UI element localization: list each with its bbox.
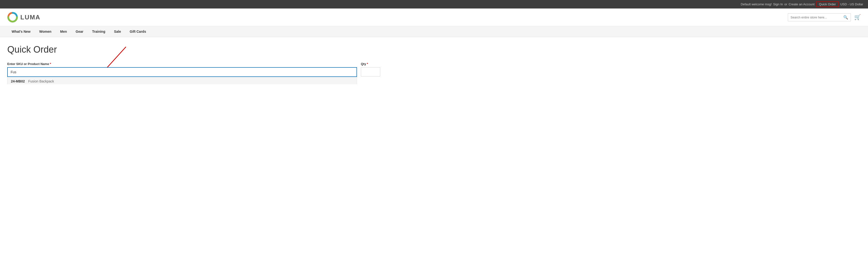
search-icon-button[interactable]: 🔍 (843, 15, 848, 20)
sku-field-label: Enter SKU or Product Name* (7, 62, 357, 66)
search-box[interactable]: 🔍 (788, 13, 851, 21)
autocomplete-name: Fusion Backpack (28, 79, 54, 83)
nav-item-women[interactable]: Women (35, 26, 56, 37)
nav-item-gift-cards[interactable]: Gift Cards (125, 26, 151, 37)
nav-item-gear[interactable]: Gear (71, 26, 88, 37)
nav-item-men[interactable]: Men (56, 26, 71, 37)
qty-required-mark: * (367, 62, 368, 66)
nav-item-sale[interactable]: Sale (110, 26, 125, 37)
page-title: Quick Order (7, 45, 380, 55)
logo-area[interactable]: LUMA (7, 12, 40, 23)
autocomplete-sku: 24-MB02 (11, 79, 25, 83)
qty-field-container: Qty* (361, 62, 380, 77)
header-right: 🔍 🛒 (788, 13, 861, 21)
autocomplete-item[interactable]: 24-MB02 Fusion Backpack (7, 77, 357, 84)
luma-logo-icon (7, 12, 18, 23)
navigation-bar: What's New Women Men Gear Training Sale … (0, 26, 868, 37)
main-content: Quick Order Enter SKU or Product Name* 2… (0, 37, 388, 84)
nav-item-whats-new[interactable]: What's New (7, 26, 35, 37)
sku-input[interactable] (7, 67, 357, 77)
quick-order-button[interactable]: Quick Order (816, 1, 839, 7)
signin-link[interactable]: Sign In (773, 2, 783, 6)
nav-item-training[interactable]: Training (88, 26, 110, 37)
qty-field-label: Qty* (361, 62, 380, 66)
header: LUMA 🔍 🛒 (0, 8, 868, 26)
sku-required-mark: * (50, 62, 51, 66)
form-area: Enter SKU or Product Name* 24-MB02 Fusio… (7, 62, 380, 77)
sku-field-container: Enter SKU or Product Name* 24-MB02 Fusio… (7, 62, 357, 77)
cart-icon[interactable]: 🛒 (854, 14, 861, 20)
create-account-link[interactable]: Create an Account (788, 2, 814, 6)
top-bar: Default welcome msg! Sign In or Create a… (0, 0, 868, 8)
currency-selector[interactable]: USD - US Dollar (840, 2, 863, 6)
autocomplete-dropdown: 24-MB02 Fusion Backpack (7, 77, 357, 84)
form-row: Enter SKU or Product Name* 24-MB02 Fusio… (7, 62, 380, 77)
qty-input[interactable] (361, 67, 380, 77)
logo-text: LUMA (20, 13, 40, 21)
or-separator: or (784, 2, 787, 6)
welcome-message: Default welcome msg! (741, 2, 772, 6)
search-input[interactable] (790, 16, 843, 19)
